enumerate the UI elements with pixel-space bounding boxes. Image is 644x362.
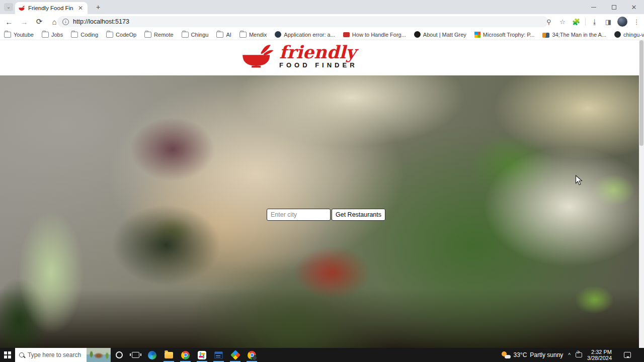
page-scrollbar[interactable] [639,40,644,349]
site-info-icon[interactable]: i [62,19,69,25]
daily-image-thumbnail[interactable] [87,348,111,362]
chrome-profile-button[interactable] [244,348,260,362]
action-center-icon[interactable] [624,352,631,358]
bookmark-item[interactable]: AI [216,31,231,38]
folder-icon [42,32,49,38]
bookmark-star-icon[interactable]: ☆ [558,17,567,26]
start-button[interactable] [0,348,15,362]
mouse-cursor [575,175,583,186]
restore-button[interactable] [604,0,624,14]
bookmark-item[interactable]: About | Matt Grey [414,31,466,38]
cortana-button[interactable] [111,348,127,362]
chrome-button[interactable] [177,348,194,362]
task-view-icon [132,352,139,358]
bookmark-item[interactable]: Youtube [4,31,34,38]
address-bar[interactable]: i http://localhost:5173 [57,16,548,27]
taskbar-search-box[interactable]: Type here to search [15,348,111,362]
bookmark-label: How to Handle Forg... [352,32,406,38]
bookmark-item[interactable]: Coding [71,31,98,38]
back-icon[interactable]: ← [3,16,15,28]
thumbnail-icon [542,33,549,38]
bookmark-item[interactable]: Mendix [239,31,267,38]
side-panel-icon[interactable]: ◨ [604,17,613,26]
brand-name: friendly [279,44,358,61]
bookmark-label: AI [226,32,231,38]
slack-icon [198,351,206,359]
bookmark-label: chingu-voyages/v45... [623,32,644,38]
minimize-button[interactable] [584,0,604,14]
location-icon[interactable]: ⚲ [544,17,553,26]
windows-taskbar: Type here to search 33°C Partly sunny ^ … [0,348,644,362]
bookmark-item[interactable]: 34;The Man in the A... [542,32,606,38]
slack-button[interactable] [194,348,210,362]
city-search-group: Get Restaurants [267,209,385,221]
file-explorer-icon [165,352,173,358]
taskbar-clock[interactable]: 2:32 PM 3/28/2024 [587,349,612,361]
tab-list-chevron-icon[interactable]: ⌄ [4,3,13,11]
get-restaurants-button[interactable]: Get Restaurants [332,209,385,221]
folder-icon [4,32,11,38]
bookmark-label: CodeOp [116,32,136,38]
page-viewport: friendly FOOD FINDER Get Restaurants [0,40,644,349]
scrollbar-thumb[interactable] [639,40,643,146]
weather-widget[interactable]: 33°C Partly sunny [502,351,564,358]
toolbar-actions: ⚲ ☆ 🧩 ⭳ ◨ ⋮ [544,16,641,28]
bookmark-label: Mendix [249,32,267,38]
downloads-icon[interactable]: ⭳ [590,17,599,26]
bookmark-label: Coding [80,32,98,38]
diamond-app-button[interactable] [227,348,244,362]
taskbar-search-placeholder: Type here to search [28,351,81,358]
bookmark-item[interactable]: Chingu [182,31,209,38]
task-view-button[interactable] [127,348,144,362]
clock-date: 3/28/2024 [587,355,612,361]
city-input[interactable] [267,209,331,221]
site-logo: friendly FOOD FINDER [239,42,358,70]
site-header: friendly FOOD FINDER [0,40,644,75]
tray-sync-icon[interactable] [576,352,582,357]
forward-icon[interactable]: → [18,16,30,28]
site-icon [343,32,350,37]
extensions-icon[interactable]: 🧩 [572,17,581,26]
weather-condition: Partly sunny [530,351,563,358]
microsoft-icon [474,32,480,38]
bookmark-label: Application error: a... [284,32,335,38]
clock-time: 2:32 PM [587,349,612,355]
weather-temp: 33°C [514,351,527,358]
reload-icon[interactable]: ⟳ [33,16,45,28]
tab-close-icon[interactable]: ✕ [76,5,85,12]
bookmark-label: Microsoft Trophy: P... [483,32,535,38]
profile-avatar[interactable] [617,17,627,27]
window-controls: ✕ [584,0,644,14]
bookmark-item[interactable]: chingu-voyages/v45... [614,31,644,38]
bookmark-item[interactable]: Jobs [42,31,63,38]
folder-icon [239,32,247,38]
cortana-icon [116,351,123,358]
bookmark-item[interactable]: How to Handle Forg... [343,32,406,38]
partly-sunny-icon [502,351,511,358]
bookmark-item[interactable]: Application error: a... [275,31,335,38]
bookmarks-bar: Youtube Jobs Coding CodeOp Remote Chingu… [0,29,644,40]
taskbar-app-icons [111,348,260,362]
bookmark-item[interactable]: CodeOp [106,31,136,38]
close-button[interactable]: ✕ [624,0,644,14]
diamond-app-icon [230,350,240,360]
url-text[interactable]: http://localhost:5173 [73,18,129,25]
bookmark-item[interactable]: Microsoft Trophy: P... [474,31,535,38]
tray-chevron-icon[interactable]: ^ [568,352,571,358]
site-icon [275,31,281,38]
chrome-profile-icon [248,351,256,359]
edge-button[interactable] [144,348,160,362]
folder-icon [216,32,223,38]
tab-title: Friendly Food Finder [28,5,73,11]
browser-tab[interactable]: Friendly Food Finder ✕ [15,2,88,14]
folder-icon [71,32,78,38]
hero-food-image: Get Restaurants [0,75,639,349]
toolbar-separator [585,18,586,26]
menu-kebab-icon[interactable]: ⋮ [632,17,641,26]
github-icon [614,31,621,38]
bookmark-item[interactable]: Remote [144,31,174,38]
new-tab-button[interactable]: + [94,3,103,12]
file-explorer-button[interactable] [160,348,177,362]
chrome-icon [181,351,190,359]
app-window-button[interactable] [210,348,227,362]
